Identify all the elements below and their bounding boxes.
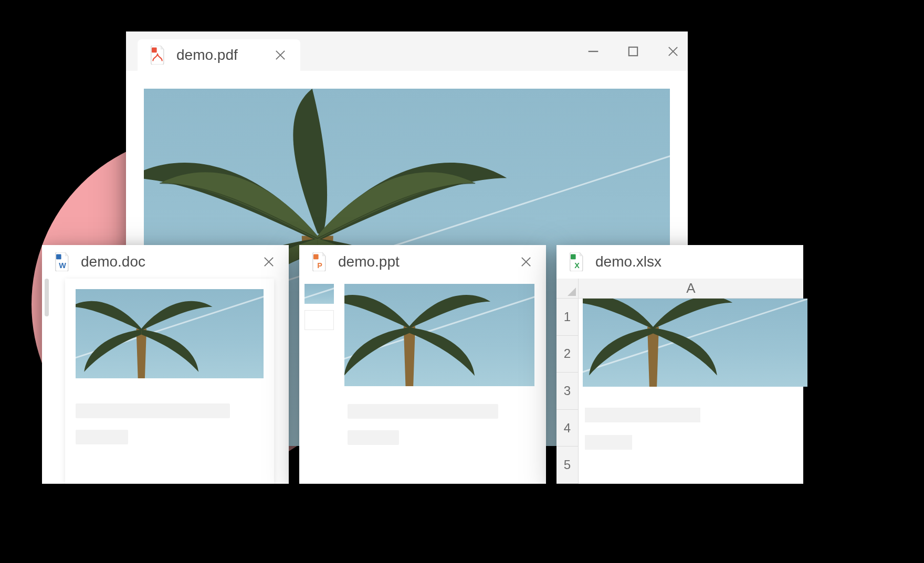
- ppt-slide: [344, 284, 534, 484]
- placeholder-line: [585, 408, 700, 422]
- xlsx-column-header-row: A: [556, 279, 803, 299]
- xlsx-file-icon: X: [569, 252, 585, 271]
- placeholder-line: [348, 430, 399, 445]
- ppt-body: [299, 279, 546, 484]
- doc-file-icon: W: [55, 252, 70, 271]
- ppt-window: P demo.ppt: [299, 245, 546, 484]
- svg-text:W: W: [59, 261, 66, 270]
- ppt-thumb-image: [304, 284, 334, 304]
- placeholder-line: [76, 403, 230, 418]
- svg-rect-4: [313, 254, 319, 260]
- xlsx-body: A 1 2 3 4 5: [556, 279, 803, 484]
- pdf-tab-label: demo.pdf: [176, 47, 238, 63]
- ppt-tab-label: demo.ppt: [338, 253, 400, 270]
- pdf-file-icon: [150, 46, 166, 65]
- window-controls: [586, 31, 680, 71]
- doc-text-placeholder: [76, 403, 264, 444]
- xlsx-column-header-a[interactable]: A: [579, 279, 803, 299]
- xlsx-titlebar: X demo.xlsx: [556, 245, 803, 279]
- xlsx-grid: 1 2 3 4 5: [556, 299, 803, 484]
- xlsx-tab-label: demo.xlsx: [595, 253, 662, 270]
- xlsx-row-header[interactable]: 3: [556, 373, 579, 410]
- pdf-titlebar: demo.pdf: [126, 31, 688, 71]
- xlsx-embedded-image: [583, 299, 807, 387]
- pdf-tab[interactable]: demo.pdf: [138, 39, 300, 71]
- svg-rect-6: [571, 254, 576, 260]
- xlsx-window: X demo.xlsx A 1 2 3 4 5: [556, 245, 803, 484]
- placeholder-line: [585, 435, 632, 450]
- close-tab-icon[interactable]: [519, 254, 533, 269]
- doc-tab-label: demo.doc: [81, 253, 145, 270]
- xlsx-cell-area[interactable]: [579, 299, 803, 484]
- maximize-icon[interactable]: [626, 44, 640, 59]
- xlsx-select-all-corner[interactable]: [556, 279, 579, 299]
- close-tab-icon[interactable]: [261, 254, 276, 269]
- scrollbar-thumb[interactable]: [45, 279, 49, 316]
- doc-titlebar: W demo.doc: [42, 245, 289, 279]
- ppt-thumbnail-panel: [299, 279, 339, 484]
- xlsx-row-header[interactable]: 2: [556, 336, 579, 373]
- close-tab-icon[interactable]: [273, 48, 288, 62]
- doc-image: [76, 289, 264, 378]
- ppt-main-area: [339, 279, 546, 484]
- placeholder-line: [76, 430, 128, 444]
- xlsx-row-headers: 1 2 3 4 5: [556, 299, 579, 484]
- svg-text:P: P: [317, 261, 322, 270]
- doc-page: [65, 279, 274, 484]
- ppt-thumbnail-1[interactable]: [304, 284, 334, 304]
- xlsx-row-header[interactable]: 1: [556, 299, 579, 336]
- svg-rect-0: [152, 48, 157, 53]
- doc-window: W demo.doc: [42, 245, 289, 484]
- ppt-text-placeholder: [344, 404, 534, 445]
- ppt-file-icon: P: [312, 252, 328, 271]
- svg-text:X: X: [574, 261, 580, 270]
- ppt-titlebar: P demo.ppt: [299, 245, 546, 279]
- svg-rect-2: [56, 254, 61, 260]
- xlsx-row-header[interactable]: 5: [556, 447, 579, 484]
- placeholder-line: [348, 404, 498, 419]
- minimize-icon[interactable]: [586, 44, 601, 59]
- svg-rect-1: [629, 47, 637, 55]
- ppt-slide-image: [344, 284, 534, 386]
- close-window-icon[interactable]: [666, 44, 680, 59]
- ppt-thumbnail-2[interactable]: [304, 310, 334, 330]
- doc-body: [42, 279, 289, 484]
- xlsx-row-header[interactable]: 4: [556, 410, 579, 447]
